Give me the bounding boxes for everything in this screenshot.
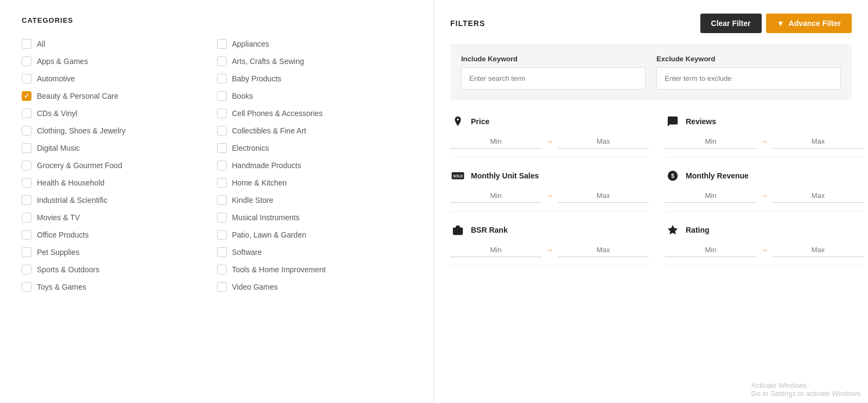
include-keyword-input[interactable] [461,67,646,89]
category-label: Office Products [37,231,88,239]
clear-filter-button[interactable]: Clear Filter [700,14,762,33]
category-checkbox[interactable] [217,126,227,136]
exclude-keyword-input[interactable] [656,67,841,89]
filter-group-title: Monthly Unit Sales [471,171,539,180]
category-checkbox[interactable] [22,56,31,66]
category-checkbox[interactable] [217,108,227,118]
category-item[interactable]: Clothing, Shoes & Jewelry [22,122,217,139]
category-checkbox[interactable] [22,108,31,118]
category-item[interactable]: Movies & TV [22,209,217,226]
category-item[interactable]: Industrial & Scientific [22,191,217,209]
filter-group-header: $Monthly Revenue [665,168,864,183]
category-item[interactable]: Appliances [217,35,412,53]
category-checkbox[interactable] [217,143,227,153]
category-checkbox[interactable] [217,195,227,205]
category-checkbox[interactable] [22,91,31,101]
category-item[interactable]: Handmade Products [217,157,412,174]
filter-group-header: Price [450,114,649,129]
category-checkbox[interactable] [217,230,227,240]
rating-min-input[interactable] [665,243,756,257]
category-checkbox[interactable] [22,265,31,274]
category-item[interactable]: Automotive [22,70,217,87]
price-min-input[interactable] [450,135,541,149]
monthly-revenue-min-input[interactable] [665,189,756,203]
keyword-section: Include Keyword Exclude Keyword [450,44,852,100]
category-checkbox[interactable] [22,143,31,153]
filters-panel: FILTERS Clear Filter ▼ Advance Filter In… [434,0,868,403]
category-checkbox[interactable] [217,282,227,292]
category-item[interactable]: Toys & Games [22,278,217,296]
category-item[interactable]: Grocery & Gourmet Food [22,157,217,174]
price-max-input[interactable] [558,135,649,149]
bsr-rank-max-input[interactable] [558,243,649,257]
category-checkbox[interactable] [22,282,31,292]
bsr-rank-min-input[interactable] [450,243,541,257]
category-item[interactable]: Books [217,87,412,105]
filter-row: Price→Reviews→ [450,114,852,157]
filter-group-title: Reviews [686,117,716,126]
category-label: Books [232,92,253,100]
filter-group-monthly-revenue: $Monthly Revenue→ [665,168,864,212]
category-checkbox[interactable] [22,230,31,240]
category-checkbox[interactable] [22,195,31,205]
category-item[interactable]: Office Products [22,226,217,244]
category-item[interactable]: Tools & Home Improvement [217,261,412,278]
category-item[interactable]: Collectibles & Fine Art [217,122,412,139]
category-checkbox[interactable] [217,213,227,222]
price-icon [450,114,465,129]
category-label: Clothing, Shoes & Jewelry [37,126,125,135]
rating-max-input[interactable] [773,243,864,257]
category-checkbox[interactable] [217,74,227,84]
category-item[interactable]: Beauty & Personal Care [22,87,217,105]
category-item[interactable]: Electronics [217,139,412,157]
monthly-revenue-max-input[interactable] [773,189,864,203]
monthly-unit-sales-max-input[interactable] [558,189,649,203]
category-item[interactable]: Digital Music [22,139,217,157]
category-item[interactable]: Kindle Store [217,191,412,209]
category-checkbox[interactable] [217,161,227,170]
arrow-icon: → [546,246,553,254]
category-label: Toys & Games [37,283,86,291]
category-checkbox[interactable] [22,39,31,49]
category-checkbox[interactable] [22,74,31,84]
category-checkbox[interactable] [217,39,227,49]
category-item[interactable]: All [22,35,217,53]
monthly-unit-sales-min-input[interactable] [450,189,541,203]
category-item[interactable]: Baby Products [217,70,412,87]
advance-filter-button[interactable]: ▼ Advance Filter [766,14,852,33]
category-checkbox[interactable] [22,161,31,170]
filter-row: BSR Rank→Rating→ [450,222,852,266]
category-item[interactable]: Health & Household [22,174,217,191]
category-checkbox[interactable] [217,91,227,101]
category-item[interactable]: Home & Kitchen [217,174,412,191]
filter-group-bsr-rank: BSR Rank→ [450,222,649,266]
category-checkbox[interactable] [217,265,227,274]
category-checkbox[interactable] [217,56,227,66]
category-label: Handmade Products [232,161,302,170]
category-item[interactable]: Video Games [217,278,412,296]
category-item[interactable]: Cell Phones & Accessories [217,105,412,122]
filter-rows-container: Price→Reviews→SOLDMonthly Unit Sales→$Mo… [450,114,852,266]
category-checkbox[interactable] [217,247,227,257]
funnel-icon: ▼ [777,19,784,28]
filter-group-title: Rating [686,226,710,234]
arrow-icon: → [761,137,768,146]
filters-header: FILTERS Clear Filter ▼ Advance Filter [450,14,852,33]
category-item[interactable]: Patio, Lawn & Garden [217,226,412,244]
category-item[interactable]: Sports & Outdoors [22,261,217,278]
reviews-min-input[interactable] [665,135,756,149]
category-label: Automotive [37,74,75,83]
category-item[interactable]: Pet Supplies [22,244,217,261]
include-keyword-label: Include Keyword [461,55,646,63]
reviews-max-input[interactable] [773,135,864,149]
category-checkbox[interactable] [22,213,31,222]
category-item[interactable]: Musical Instruments [217,209,412,226]
category-item[interactable]: Software [217,244,412,261]
category-checkbox[interactable] [217,178,227,188]
category-checkbox[interactable] [22,247,31,257]
category-item[interactable]: Arts, Crafts & Sewing [217,53,412,70]
category-item[interactable]: Apps & Games [22,53,217,70]
category-item[interactable]: CDs & Vinyl [22,105,217,122]
category-checkbox[interactable] [22,178,31,188]
category-checkbox[interactable] [22,126,31,136]
